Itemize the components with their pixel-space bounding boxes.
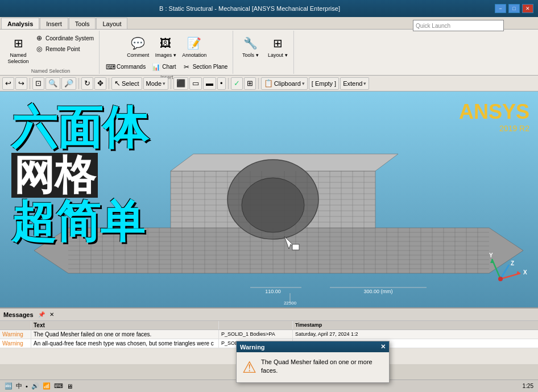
ribbon-group-insert: 💬 Comment 🖼 Images ▾ 📝 Annotation ⌨ Comm… <box>101 31 233 74</box>
svg-text:Y: Y <box>489 252 493 258</box>
green-check-icon: ✓ <box>234 79 240 87</box>
status-display-icon: 🖥 <box>67 383 73 390</box>
tools-icon: 🔧 <box>241 34 259 52</box>
status-vol-icon: 🔊 <box>31 382 39 390</box>
undo-button[interactable]: ↩ <box>2 77 14 90</box>
dialog-title-text: Warning <box>240 344 265 351</box>
extend-button[interactable]: Extend ▾ <box>340 77 369 90</box>
tab-insert[interactable]: Insert <box>40 18 68 29</box>
images-label: Images ▾ <box>155 52 176 59</box>
toolbar: ↩ ↪ ⊡ 🔍 🔎 ↻ ✥ ↖ Select Mode ▾ ⬛ ▭ ▬ • ✓ … <box>0 76 538 91</box>
zoom-fit-icon: ⊡ <box>35 79 42 87</box>
ribbon-group-named-selection: ⊞ NamedSelection ⊕ Coordinate System ◎ R… <box>2 31 100 74</box>
chinese-line1: 六面体 <box>11 103 148 153</box>
chinese-line3: 超简单 <box>11 198 148 247</box>
select-icon: ↖ <box>114 79 121 87</box>
vertex-select-button[interactable]: • <box>217 77 226 90</box>
select-button[interactable]: ↖ Select <box>111 77 142 90</box>
message-row-1[interactable]: Warning The Quad Mesher failed on one or… <box>0 330 538 339</box>
select-label: Select <box>122 80 139 87</box>
quick-launch-input[interactable]: Quick Launch <box>413 20 504 31</box>
edge-icon: ▬ <box>206 79 213 87</box>
comment-icon: 💬 <box>129 34 147 52</box>
messages-pin-btn[interactable]: 📌 <box>38 311 45 318</box>
named-selection-button[interactable]: ⊞ NamedSelection <box>6 33 31 66</box>
named-selection-label: NamedSelection <box>7 52 28 65</box>
redo-icon: ↪ <box>18 79 24 87</box>
body-select-button[interactable]: ⬛ <box>173 77 188 90</box>
zoom-fit-button[interactable]: ⊡ <box>32 77 44 90</box>
redo-button[interactable]: ↪ <box>15 77 27 90</box>
coordinate-system-button[interactable]: ⊕ Coordinate System <box>33 33 96 43</box>
close-button[interactable]: ✕ <box>522 4 533 13</box>
annotation-button[interactable]: 📝 Annotation <box>180 33 208 60</box>
maximize-button[interactable]: □ <box>508 4 520 13</box>
mesh-icon: ⊞ <box>247 79 253 87</box>
status-sougou-icon: 🔤 <box>5 382 13 390</box>
edge-select-button[interactable]: ▬ <box>203 77 216 90</box>
status-net-icon: 📶 <box>43 382 51 390</box>
status-keyboard-icon: ⌨ <box>54 382 63 390</box>
pan-button[interactable]: ✥ <box>94 77 106 90</box>
extend-label: Extend <box>343 80 362 87</box>
titlebar: B : Static Structural - Mechanical [ANSY… <box>0 0 538 17</box>
title-text: B : Static Structural - Mechanical [ANSY… <box>5 5 495 12</box>
ribbon-small-btn-group: ⊕ Coordinate System ◎ Remote Point <box>33 33 96 54</box>
tools-button[interactable]: 🔧 Tools ▾ <box>238 33 263 60</box>
svg-text:Z: Z <box>511 260 514 266</box>
rotate-button[interactable]: ↻ <box>81 77 93 90</box>
face-icon: ▭ <box>192 79 199 87</box>
clipboard-button[interactable]: 📋 Clipboard ▾ <box>261 77 308 90</box>
svg-rect-91 <box>292 244 299 250</box>
coordinate-system-icon: ⊕ <box>35 34 44 43</box>
msg-text-2: An all-quad-free face mesh type was chos… <box>31 339 219 348</box>
chart-button[interactable]: 📊 Chart <box>150 62 177 72</box>
green-check-button[interactable]: ✓ <box>231 77 243 90</box>
chart-label: Chart <box>162 64 176 70</box>
layout-label: Layout ▾ <box>268 52 288 59</box>
mode-button[interactable]: Mode ▾ <box>143 77 169 90</box>
messages-close-btn[interactable]: ✕ <box>49 311 54 318</box>
warning-message: The Quad Mesher failed on one or more fa… <box>261 358 383 376</box>
tab-tools[interactable]: Tools <box>69 18 96 29</box>
empty-button[interactable]: [ Empty ] <box>309 77 339 90</box>
col-type <box>0 321 31 330</box>
msg-type-1: Warning <box>0 330 31 339</box>
empty-label: [ Empty ] <box>312 80 336 87</box>
zoom-out-button[interactable]: 🔎 <box>61 77 76 90</box>
remote-point-button[interactable]: ◎ Remote Point <box>33 44 96 54</box>
commands-label: Commands <box>117 64 146 70</box>
section-plane-icon: ✂ <box>182 62 191 72</box>
toolbar-sep-1 <box>30 78 30 89</box>
layout-button[interactable]: ⊞ Layout ▾ <box>265 33 290 60</box>
commands-button[interactable]: ⌨ Commands <box>104 62 147 72</box>
mesh-button[interactable]: ⊞ <box>244 77 256 90</box>
toolbar-sep-2 <box>78 78 79 89</box>
section-plane-button[interactable]: ✂ Section Plane <box>180 62 230 72</box>
face-select-button[interactable]: ▭ <box>189 77 202 90</box>
viewport[interactable]: 110.00 300.00 (mm) 22500 X Y Z <box>0 91 538 307</box>
svg-point-90 <box>498 277 503 281</box>
layout-icon: ⊞ <box>268 34 287 52</box>
col-source <box>219 321 293 330</box>
minimize-button[interactable]: − <box>495 4 506 13</box>
tools-label: Tools ▾ <box>242 52 259 59</box>
status-chinese-icon: 中 <box>16 382 22 390</box>
zoom-out-icon: 🔎 <box>64 79 73 87</box>
comment-button[interactable]: 💬 Comment <box>125 33 151 60</box>
quick-launch-placeholder: Quick Launch <box>416 23 450 29</box>
col-text: Text <box>31 321 219 330</box>
dialog-close-btn[interactable]: ✕ <box>380 343 386 351</box>
comment-label: Comment <box>127 52 149 59</box>
ribbon-content: ⊞ NamedSelection ⊕ Coordinate System ◎ R… <box>0 30 538 75</box>
tab-layout[interactable]: Layout <box>96 18 127 29</box>
tab-analysis[interactable]: Analysis <box>1 18 39 29</box>
rotate-icon: ↻ <box>84 79 90 87</box>
vertex-icon: • <box>220 79 223 87</box>
ribbon-group-label-1: Named Selection <box>31 68 71 74</box>
msg-source-1: P_SOLID_1 Bodies>PA <box>219 330 293 339</box>
zoom-in-button[interactable]: 🔍 <box>45 77 60 90</box>
commands-icon: ⌨ <box>106 62 115 72</box>
images-button[interactable]: 🖼 Images ▾ <box>153 33 178 60</box>
dialog-title: Warning ✕ <box>237 341 389 352</box>
